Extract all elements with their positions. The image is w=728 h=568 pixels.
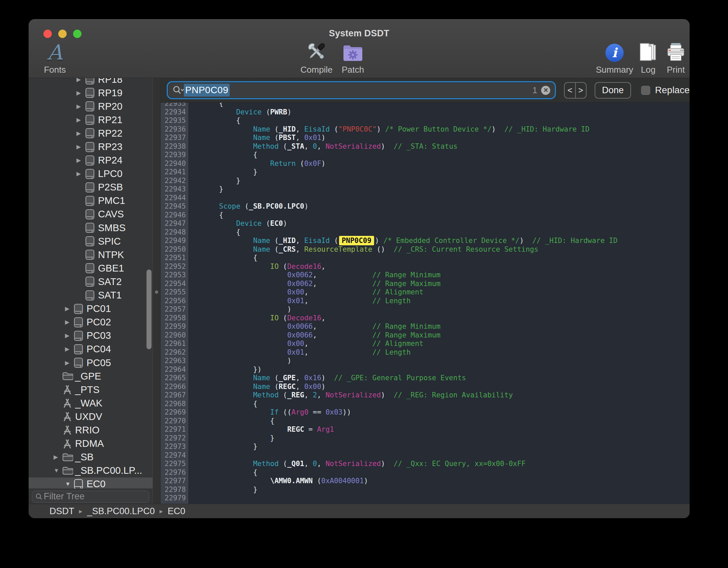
code-text: Name (REGC, 0x00) bbox=[189, 383, 326, 391]
toolbar-fonts-button[interactable]: A Fonts bbox=[33, 40, 77, 75]
search-match-highlight[interactable]: PNP0C09 bbox=[339, 236, 374, 245]
tree-item-pc02[interactable]: ▶ PC02 bbox=[29, 316, 153, 329]
done-button[interactable]: Done bbox=[595, 82, 631, 99]
tree-item-rp21[interactable]: ▶ RP21 bbox=[29, 113, 153, 127]
tree-item-rp20[interactable]: ▶ RP20 bbox=[29, 100, 153, 113]
tree-item-ntpk[interactable]: NTPK bbox=[29, 248, 153, 261]
disclosure-triangle-right-icon[interactable]: ▶ bbox=[76, 130, 85, 137]
code-line: 22948 { bbox=[161, 228, 690, 237]
tree-item-uxdv[interactable]: UXDV bbox=[29, 410, 153, 423]
tree-item-spic[interactable]: SPIC bbox=[29, 235, 153, 248]
disclosure-triangle-right-icon[interactable]: ▶ bbox=[76, 170, 85, 177]
line-number: 22944 bbox=[161, 194, 189, 203]
clear-search-icon[interactable]: ✕ bbox=[541, 86, 550, 95]
source-editor[interactable]: 22933 {22934 Device (PWRB)22935 {22936 N… bbox=[161, 103, 690, 504]
code-line: 22960 0x0066, // Range Maximum bbox=[161, 331, 690, 340]
sidebar-scrollbar[interactable] bbox=[146, 270, 152, 349]
folder-icon bbox=[62, 372, 74, 381]
tree-item-sat2[interactable]: SAT2 bbox=[29, 275, 153, 288]
tree-item-ec0[interactable]: ▼ EC0 bbox=[29, 477, 153, 489]
tree-item-_sb[interactable]: ▶ _SB bbox=[29, 451, 153, 464]
device-icon bbox=[85, 128, 97, 139]
tree-item-_sbpc00lp[interactable]: ▼ _SB.PC00.LP... bbox=[29, 464, 153, 477]
tree-item-label: NTPK bbox=[98, 249, 124, 260]
tree-item-rp23[interactable]: ▶ RP23 bbox=[29, 140, 153, 153]
tree-item-pmc1[interactable]: PMC1 bbox=[29, 194, 153, 208]
disclosure-triangle-right-icon[interactable]: ▶ bbox=[65, 359, 74, 366]
disclosure-triangle-right-icon[interactable]: ▶ bbox=[65, 332, 74, 339]
device-icon bbox=[85, 182, 97, 193]
filter-search-icon bbox=[35, 492, 43, 501]
search-query-text: PNP0C09 bbox=[184, 84, 230, 97]
tree-item-rp19[interactable]: ▶ RP19 bbox=[29, 86, 153, 100]
disclosure-triangle-down-icon[interactable]: ▼ bbox=[54, 467, 62, 474]
line-number: 22948 bbox=[161, 228, 189, 237]
next-match-button[interactable]: > bbox=[576, 83, 586, 98]
disclosure-triangle-right-icon[interactable]: ▶ bbox=[65, 346, 74, 353]
disclosure-triangle-right-icon[interactable]: ▶ bbox=[65, 305, 74, 312]
previous-match-button[interactable]: < bbox=[565, 83, 575, 98]
breadcrumb-root[interactable]: DSDT bbox=[49, 506, 74, 517]
disclosure-triangle-right-icon[interactable]: ▶ bbox=[65, 319, 74, 326]
disclosure-triangle-right-icon[interactable]: ▶ bbox=[76, 90, 85, 97]
line-number: 22945 bbox=[161, 202, 189, 211]
tree-item-_wak[interactable]: _WAK bbox=[29, 396, 153, 410]
tree-item-gbe1[interactable]: GBE1 bbox=[29, 261, 153, 275]
tree-item-_pts[interactable]: _PTS bbox=[29, 383, 153, 396]
breadcrumb-device[interactable]: EC0 bbox=[168, 506, 186, 517]
line-number: 22976 bbox=[161, 468, 189, 477]
toolbar-print-button[interactable]: Print bbox=[654, 40, 690, 75]
method-icon bbox=[62, 412, 74, 422]
tree-item-rp18[interactable]: ▶ RP18 bbox=[29, 78, 153, 86]
toolbar-patch-button[interactable]: Patch bbox=[331, 40, 375, 75]
info-icon: i bbox=[605, 40, 624, 63]
search-input[interactable]: PNP0C09 1 ✕ bbox=[168, 82, 555, 98]
search-icon[interactable] bbox=[172, 85, 184, 95]
code-text bbox=[189, 451, 202, 460]
tree-item-pc01[interactable]: ▶ PC01 bbox=[29, 302, 153, 316]
tree-item-sat1[interactable]: SAT1 bbox=[29, 289, 153, 302]
line-number: 22933 bbox=[161, 103, 189, 108]
code-text: }) bbox=[189, 365, 262, 374]
disclosure-triangle-right-icon[interactable]: ▶ bbox=[76, 116, 85, 123]
tree-item-pc03[interactable]: ▶ PC03 bbox=[29, 329, 153, 343]
disclosure-triangle-right-icon[interactable]: ▶ bbox=[76, 157, 85, 164]
disclosure-triangle-right-icon[interactable]: ▶ bbox=[76, 143, 85, 150]
tree-item-cavs[interactable]: CAVS bbox=[29, 208, 153, 221]
sidebar-splitter[interactable] bbox=[153, 78, 161, 504]
tree-item-rrio[interactable]: RRIO bbox=[29, 423, 153, 437]
filter-tree-field[interactable] bbox=[32, 491, 149, 503]
tree-item-label: SMBS bbox=[98, 222, 126, 234]
code-line: 22943 } bbox=[161, 185, 690, 194]
code-text: Method (_REG, 2, NotSerialized) // _REG:… bbox=[189, 391, 513, 400]
filter-tree-input[interactable] bbox=[43, 491, 146, 502]
breadcrumb-scope[interactable]: _SB.PC00.LPC0 bbox=[87, 506, 155, 517]
tree-item-p2sb[interactable]: P2SB bbox=[29, 181, 153, 194]
tree-item-smbs[interactable]: SMBS bbox=[29, 221, 153, 235]
tree-item-_gpe[interactable]: _GPE bbox=[29, 369, 153, 383]
tree-item-lpc0[interactable]: ▶ LPC0 bbox=[29, 167, 153, 181]
device-icon bbox=[85, 276, 97, 287]
method-icon bbox=[62, 385, 74, 395]
method-icon bbox=[62, 398, 74, 408]
code-text bbox=[189, 194, 202, 203]
code-line: 22967 Method (_REG, 2, NotSerialized) //… bbox=[161, 391, 690, 400]
disclosure-triangle-right-icon[interactable]: ▶ bbox=[76, 103, 85, 110]
disclosure-triangle-right-icon[interactable]: ▶ bbox=[54, 454, 62, 461]
code-line: 22952 IO (Decode16, bbox=[161, 262, 690, 271]
code-text: 0x00, // Alignment bbox=[189, 340, 423, 348]
acpi-tree[interactable]: ▶ RP18▶ RP19▶ RP20▶ RP21▶ RP22▶ RP23▶ RP… bbox=[29, 78, 153, 489]
device-icon bbox=[85, 155, 97, 166]
tree-item-pc04[interactable]: ▶ PC04 bbox=[29, 343, 153, 356]
tree-item-label: _SB.PC00.LP... bbox=[75, 465, 142, 476]
tree-item-pc05[interactable]: ▶ PC05 bbox=[29, 356, 153, 369]
tree-item-rp24[interactable]: ▶ RP24 bbox=[29, 154, 153, 167]
replace-checkbox[interactable] bbox=[641, 86, 650, 95]
disclosure-triangle-down-icon[interactable]: ▼ bbox=[65, 481, 74, 488]
splitter-handle[interactable] bbox=[155, 290, 158, 294]
code-text: { bbox=[189, 151, 257, 159]
disclosure-triangle-right-icon[interactable]: ▶ bbox=[76, 78, 85, 83]
tree-item-rp22[interactable]: ▶ RP22 bbox=[29, 127, 153, 140]
tree-item-rdma[interactable]: RDMA bbox=[29, 437, 153, 451]
code-line: 22975 Method (_Q01, 0, NotSerialized) //… bbox=[161, 460, 690, 468]
